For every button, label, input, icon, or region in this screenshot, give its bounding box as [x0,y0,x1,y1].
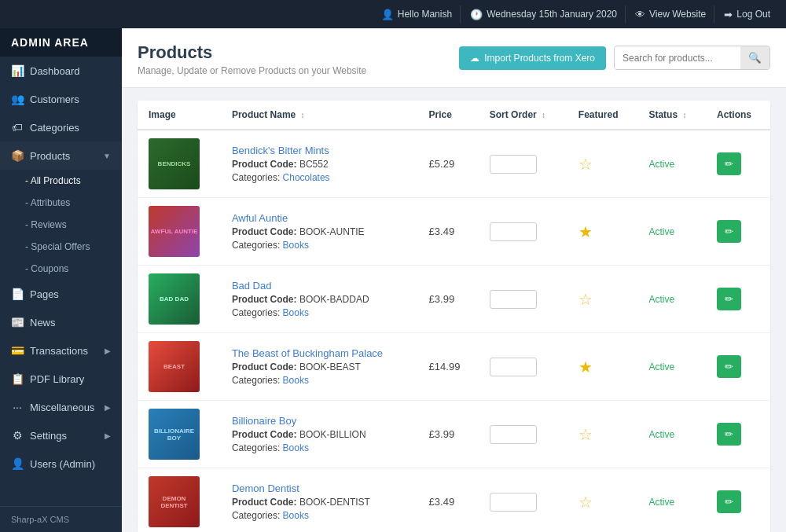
admin-icon: 👤 [11,457,24,470]
import-products-button[interactable]: ☁ Import Products from Xero [459,46,606,70]
edit-button[interactable]: ✏ [717,288,741,310]
cell-sort-order [479,198,567,266]
sort-order-input[interactable] [490,290,537,309]
logout-icon: ➡ [724,9,733,20]
table-row: AWFUL AUNTIE Awful Auntie Product Code: … [138,198,770,266]
page-subtitle: Manage, Update or Remove Products on you… [138,65,366,76]
cell-status: Active [637,401,706,468]
sidebar-subitem-reviews[interactable]: - Reviews [0,214,122,236]
product-image: BAD DAD [149,273,200,325]
cell-product-info: Billionaire Boy Product Code: BOOK-BILLI… [221,401,418,468]
sidebar-item-settings[interactable]: ⚙ Settings ▶ [0,421,122,449]
search-button[interactable]: 🔍 [740,46,769,69]
product-image: AWFUL AUNTIE [149,206,200,257]
sidebar-item-transactions[interactable]: 💳 Transactions ▶ [0,336,122,365]
table-header-row: Image Product Name ↕ Price Sort Order ↕ … [138,101,770,130]
topbar-user[interactable]: 👤 Hello Manish [373,6,461,24]
product-code: Product Code: BC552 [232,159,407,170]
sidebar-item-products[interactable]: 📦 Products ▼ [0,141,122,170]
sidebar-item-customers[interactable]: 👥 Customers [0,85,122,113]
col-product-name[interactable]: Product Name ↕ [221,101,418,130]
product-code: Product Code: BOOK-BEAST [232,361,407,372]
edit-button[interactable]: ✏ [717,490,741,513]
topbar-view-website[interactable]: 👁 View Website [627,6,714,24]
eye-icon: 👁 [635,9,645,20]
topbar-logout[interactable]: ➡ Log Out [716,6,778,24]
transactions-icon: 💳 [11,344,24,357]
sort-order-input[interactable] [490,425,537,444]
sidebar-item-pdf-library[interactable]: 📋 PDF Library [0,365,122,393]
cell-image: BEAST [138,333,221,401]
chevron-down-icon: ▼ [103,152,111,160]
sidebar-item-news[interactable]: 📰 News [0,308,122,336]
sidebar-item-pages[interactable]: 📄 Pages [0,280,122,308]
product-code: Product Code: BOOK-AUNTIE [232,226,407,237]
edit-button[interactable]: ✏ [717,355,741,378]
cell-product-info: Awful Auntie Product Code: BOOK-AUNTIE C… [221,198,418,266]
product-categories: Categories: Books [232,442,407,453]
cell-image: BAD DAD [138,266,221,333]
featured-star[interactable]: ★ [578,358,593,376]
sort-order-input[interactable] [490,155,537,174]
sidebar-subitem-coupons[interactable]: - Coupons [0,258,122,280]
product-code: Product Code: BOOK-DENTIST [232,497,407,508]
search-box: 🔍 [614,46,770,70]
product-name[interactable]: Awful Auntie [232,212,407,224]
news-icon: 📰 [11,316,24,328]
pages-icon: 📄 [11,288,24,300]
sidebar-subitem-label: - Reviews [25,219,67,230]
featured-star[interactable]: ☆ [578,156,593,173]
cell-price: £3.49 [418,468,479,533]
product-image: BILLIONAIRE BOY [149,409,200,460]
product-name[interactable]: Billionaire Boy [232,415,407,427]
search-input[interactable] [615,47,740,69]
sort-order-input[interactable] [490,222,537,241]
cell-featured: ★ [567,198,638,266]
product-name[interactable]: Demon Dentist [232,482,407,494]
cell-featured: ☆ [567,130,638,198]
cell-price: £5.29 [418,130,479,198]
sidebar-item-miscellaneous[interactable]: ··· Miscellaneous ▶ [0,393,122,421]
sidebar-footer: Sharp-aX CMS [0,506,122,532]
sidebar-item-label: Pages [30,288,59,300]
featured-star[interactable]: ☆ [578,493,593,511]
product-name[interactable]: Bendick's Bitter Mints [232,145,407,156]
edit-button[interactable]: ✏ [717,152,741,175]
sort-order-input[interactable] [490,358,537,376]
sidebar-item-categories[interactable]: 🏷 Categories [0,113,122,141]
topbar: 👤 Hello Manish 🕐 Wednesday 15th January … [0,0,786,28]
product-name[interactable]: Bad Dad [232,280,407,292]
edit-button[interactable]: ✏ [717,220,741,243]
sidebar-item-label: Dashboard [30,65,80,77]
cell-sort-order [479,266,567,333]
sidebar-item-label: Miscellaneous [30,402,94,413]
col-status[interactable]: Status ↕ [637,101,706,130]
table-row: BAD DAD Bad Dad Product Code: BOOK-BADDA… [138,266,770,333]
product-categories: Categories: Books [232,510,407,521]
sidebar-subitem-attributes[interactable]: - Attributes [0,192,122,214]
topbar-date-label: Wednesday 15th January 2020 [487,9,617,20]
featured-star[interactable]: ☆ [578,291,593,308]
col-image: Image [138,101,221,130]
sidebar-item-label: Categories [30,122,79,134]
edit-button[interactable]: ✏ [717,423,741,446]
sidebar-item-dashboard[interactable]: 📊 Dashboard [0,57,122,85]
cell-featured: ★ [567,333,638,401]
product-name[interactable]: The Beast of Buckingham Palace [232,347,407,359]
sidebar-subitem-all-products[interactable]: - All Products [0,170,122,192]
sidebar-subitem-special-offers[interactable]: - Special Offers [0,236,122,258]
col-sort-order[interactable]: Sort Order ↕ [479,101,567,130]
cell-status: Active [637,130,706,198]
cell-image: AWFUL AUNTIE [138,198,221,266]
featured-star[interactable]: ★ [578,223,593,240]
sort-order-input[interactable] [490,493,537,512]
settings-icon: ⚙ [11,429,24,442]
cell-image: BENDICKS [138,130,221,198]
cell-status: Active [637,468,706,533]
sidebar-item-users[interactable]: 👤 Users (Admin) [0,449,122,478]
cell-actions: ✏ [706,130,770,198]
clock-icon: 🕐 [470,9,483,20]
product-code: Product Code: BOOK-BILLION [232,429,407,440]
product-image: BENDICKS [149,138,200,189]
featured-star[interactable]: ☆ [578,426,593,443]
